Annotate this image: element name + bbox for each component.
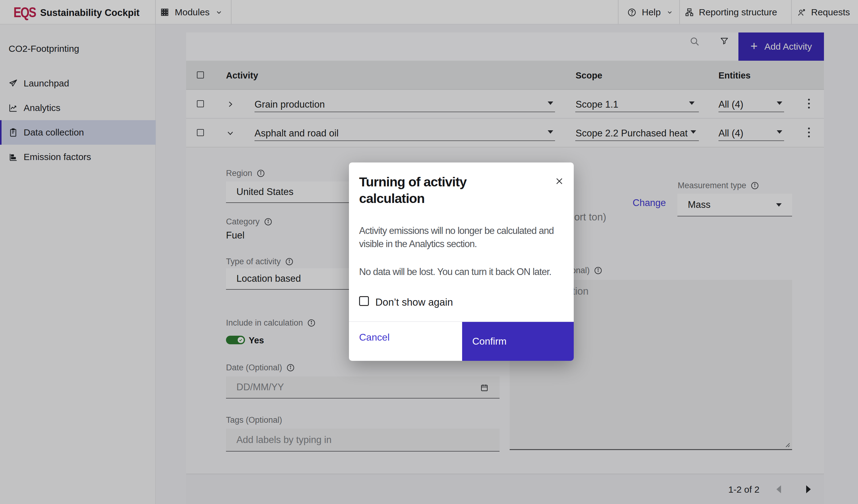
dialog-body-2: No data will be lost. You can turn it ba…	[359, 265, 565, 278]
cancel-button[interactable]: Cancel	[359, 332, 390, 343]
dont-show-again-label: Don’t show again	[375, 296, 453, 308]
confirm-button[interactable]: Confirm	[462, 322, 574, 361]
dialog-turning-off-activity: Turning of activity calculation Activity…	[349, 162, 574, 361]
close-icon[interactable]	[555, 177, 563, 185]
confirm-label: Confirm	[472, 336, 507, 347]
dialog-body-1: Activity emissions will no longer be cal…	[359, 224, 565, 250]
dont-show-again-checkbox[interactable]	[359, 296, 369, 306]
dialog-title: Turning of activity calculation	[359, 174, 531, 207]
